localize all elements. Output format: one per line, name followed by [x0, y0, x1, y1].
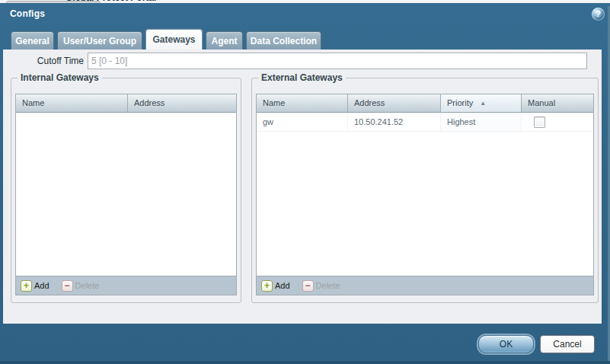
ok-button[interactable]: OK	[478, 335, 534, 353]
tab-agent[interactable]: Agent	[206, 31, 243, 49]
cell-address: 10.50.241.52	[348, 113, 441, 131]
cell-name: gw	[257, 113, 348, 131]
priority-header-label: Priority	[447, 98, 473, 107]
external-grid-header: Name Address Priority ▲ Manual	[257, 94, 593, 113]
external-grid-body: gw 10.50.241.52 Highest	[257, 113, 593, 276]
dialog-title: Configs	[10, 8, 45, 19]
internal-grid-header: Name Address	[16, 94, 236, 113]
external-gateways-fieldset: External Gateways Name Address Priority …	[251, 78, 599, 303]
external-delete-button[interactable]: − Delete	[302, 280, 340, 292]
manual-checkbox[interactable]	[534, 117, 545, 128]
delete-icon: −	[302, 280, 314, 292]
internal-add-button[interactable]: + Add	[21, 280, 50, 292]
add-icon: +	[21, 280, 32, 292]
external-add-button[interactable]: + Add	[261, 280, 290, 292]
delete-button-label: Delete	[75, 281, 100, 290]
table-row-gw[interactable]: gw 10.50.241.52 Highest	[257, 113, 593, 132]
cutoff-time-input[interactable]	[88, 53, 587, 69]
cutoff-time-label: Cutoff Time	[8, 56, 84, 66]
internal-delete-button[interactable]: − Delete	[62, 280, 100, 292]
column-header-name[interactable]: Name	[16, 94, 128, 112]
internal-grid-toolbar: + Add − Delete	[16, 276, 236, 295]
cell-priority: Highest	[441, 113, 522, 131]
delete-icon: −	[62, 280, 73, 292]
tab-general[interactable]: General	[11, 31, 54, 49]
internal-gateways-fieldset: Internal Gateways Name Address + Add − D…	[11, 78, 241, 303]
cancel-button[interactable]: Cancel	[540, 335, 595, 353]
tab-data-collection[interactable]: Data Collection	[246, 31, 321, 49]
cell-manual	[522, 113, 593, 131]
external-gateways-legend: External Gateways	[258, 72, 346, 83]
column-header-address[interactable]: Address	[348, 94, 441, 112]
external-grid-toolbar: + Add − Delete	[257, 276, 593, 295]
tab-user-user-group[interactable]: User/User Group	[57, 31, 142, 49]
column-header-priority[interactable]: Priority ▲	[441, 94, 522, 112]
delete-button-label: Delete	[316, 281, 340, 290]
window-bottom-edge	[0, 361, 610, 364]
internal-gateways-legend: Internal Gateways	[18, 72, 102, 83]
screen: Global Protect Portal Configs ? General …	[0, 0, 610, 364]
internal-grid-body	[16, 113, 236, 276]
help-icon[interactable]: ?	[592, 8, 605, 21]
column-header-name[interactable]: Name	[257, 94, 348, 112]
add-icon: +	[261, 280, 273, 292]
add-button-label: Add	[275, 281, 290, 290]
sort-asc-icon: ▲	[480, 100, 486, 107]
tab-gateways[interactable]: Gateways	[145, 29, 203, 49]
column-header-manual[interactable]: Manual	[522, 94, 593, 112]
add-button-label: Add	[34, 281, 50, 290]
internal-gateways-grid: Name Address + Add − Delete	[15, 94, 237, 295]
external-gateways-grid: Name Address Priority ▲ Manual gw 10.50.…	[256, 94, 594, 295]
column-header-address[interactable]: Address	[128, 94, 236, 112]
